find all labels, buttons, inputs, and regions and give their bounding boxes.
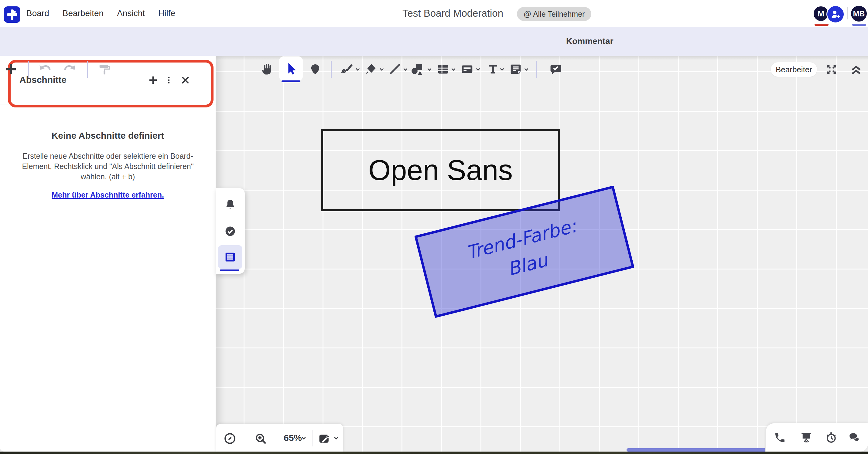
avatar-mb[interactable]: MB bbox=[851, 6, 867, 22]
undo-button[interactable] bbox=[37, 61, 53, 77]
role-button[interactable]: Bearbeiter bbox=[771, 62, 817, 77]
menu-board[interactable]: Board bbox=[26, 8, 49, 18]
sections-panel: Abschnitte Keine Abschnitte definiert Er… bbox=[0, 56, 216, 452]
zoom-level-button[interactable]: 65% bbox=[284, 424, 302, 452]
eraser-icon bbox=[309, 63, 322, 75]
board-title[interactable]: Test Board Moderation bbox=[402, 0, 503, 27]
zoom-in-icon bbox=[254, 432, 267, 445]
navigator-button[interactable] bbox=[223, 431, 237, 446]
chat-button[interactable] bbox=[847, 431, 861, 445]
shapes-icon bbox=[410, 62, 425, 76]
avatar-m[interactable]: M bbox=[814, 6, 828, 21]
section-menu-button[interactable] bbox=[163, 73, 175, 87]
chevron-down-icon bbox=[378, 66, 385, 72]
active-item-underline bbox=[220, 269, 239, 271]
highlighter-tool-button[interactable] bbox=[364, 62, 379, 77]
chevron-down-icon bbox=[475, 66, 482, 72]
comment-button[interactable] bbox=[549, 62, 563, 77]
toolbar-divider bbox=[277, 430, 277, 446]
person-plus-icon bbox=[830, 8, 842, 20]
shapes-dropdown[interactable] bbox=[426, 66, 433, 72]
text-box-label: Open Sans bbox=[368, 154, 513, 187]
double-chevron-up-icon bbox=[849, 63, 863, 76]
cursor-arrow-icon bbox=[284, 62, 298, 75]
hand-icon bbox=[261, 63, 274, 76]
collapse-toolbar-button[interactable] bbox=[849, 62, 863, 77]
toolbar-divider bbox=[246, 430, 246, 446]
horizontal-scrollbar[interactable] bbox=[626, 448, 765, 452]
side-toolbar bbox=[216, 188, 245, 274]
line-tool-button[interactable] bbox=[387, 62, 402, 77]
redo-icon bbox=[62, 62, 78, 77]
eraser-tool-button[interactable] bbox=[308, 62, 322, 76]
format-painter-button[interactable] bbox=[97, 62, 112, 76]
zoom-level-value: 65% bbox=[284, 433, 302, 443]
pen-tool-button[interactable] bbox=[340, 62, 355, 77]
toolbar-divider bbox=[536, 61, 537, 78]
zoom-level-dropdown[interactable] bbox=[300, 434, 307, 441]
sections-button-active[interactable] bbox=[218, 245, 242, 269]
pan-tool-button[interactable] bbox=[260, 62, 275, 76]
audience-badge[interactable]: @ Alle Teilnehmer bbox=[517, 7, 591, 21]
chat-icon bbox=[848, 431, 861, 444]
highlighter-icon bbox=[364, 62, 378, 76]
kebab-icon bbox=[164, 75, 174, 85]
menu-bearbeiten[interactable]: Bearbeiten bbox=[63, 8, 103, 18]
compass-icon bbox=[223, 432, 237, 445]
plus-icon bbox=[4, 62, 18, 76]
edit-mode-dropdown[interactable] bbox=[333, 434, 340, 441]
card-dropdown[interactable] bbox=[475, 66, 482, 72]
add-element-button[interactable] bbox=[4, 62, 18, 76]
whiteboard-app: Open Sans Trend-Farbe: Blau Board Bearbe… bbox=[0, 0, 868, 454]
chevron-down-icon bbox=[523, 66, 530, 72]
redo-button[interactable] bbox=[62, 61, 78, 77]
notifications-button[interactable] bbox=[223, 198, 237, 211]
phone-icon bbox=[774, 431, 786, 444]
edit-mode-button[interactable] bbox=[317, 431, 332, 446]
avatar-divider bbox=[847, 7, 848, 20]
shapes-tool-button[interactable] bbox=[410, 62, 425, 77]
close-panel-button[interactable] bbox=[179, 73, 192, 87]
menu-hilfe[interactable]: Hilfe bbox=[158, 8, 175, 18]
note-tool-button[interactable] bbox=[508, 62, 523, 77]
empty-body-line: Erstelle neue Abschnitte oder selektiere… bbox=[12, 151, 204, 161]
select-tool-button[interactable] bbox=[279, 57, 303, 81]
pen-icon bbox=[340, 62, 354, 76]
avatar-m-initials: M bbox=[817, 9, 824, 19]
text-dropdown[interactable] bbox=[499, 66, 505, 72]
fullscreen-button[interactable] bbox=[824, 62, 839, 77]
paint-roller-icon bbox=[97, 62, 112, 76]
sections-list-icon bbox=[223, 250, 237, 264]
bottom-toolbar: 65% bbox=[216, 424, 343, 452]
timer-button[interactable] bbox=[824, 431, 838, 445]
chevron-down-icon bbox=[426, 66, 433, 72]
learn-more-link[interactable]: Mehr über Abschnitte erfahren. bbox=[0, 191, 216, 199]
table-icon bbox=[436, 62, 450, 76]
comment-label[interactable]: Kommentar bbox=[566, 27, 614, 56]
card-tool-button[interactable] bbox=[460, 62, 475, 77]
call-button[interactable] bbox=[773, 431, 787, 445]
presence-bar-mb bbox=[852, 24, 866, 26]
table-tool-button[interactable] bbox=[436, 62, 451, 77]
toolbar-divider bbox=[87, 61, 88, 78]
zoom-in-button[interactable] bbox=[253, 431, 268, 446]
tasks-button[interactable] bbox=[223, 225, 237, 238]
menu-ansicht[interactable]: Ansicht bbox=[117, 8, 145, 18]
toolbar-divider bbox=[28, 61, 29, 78]
edit-mode-icon bbox=[318, 432, 331, 445]
text-tool-button[interactable] bbox=[485, 62, 500, 77]
table-dropdown[interactable] bbox=[450, 66, 457, 72]
expand-icon bbox=[825, 63, 838, 76]
present-button[interactable] bbox=[799, 431, 813, 445]
chevron-down-icon bbox=[450, 66, 457, 72]
note-dropdown[interactable] bbox=[523, 66, 530, 72]
canvas-text-box[interactable]: Open Sans bbox=[321, 129, 560, 211]
main-toolbar: Kommentar Bearbeiter bbox=[0, 27, 868, 56]
empty-body-line: Element, Rechtsklick und "Als Abschnitt … bbox=[12, 161, 204, 171]
add-section-button[interactable] bbox=[146, 73, 160, 87]
pen-dropdown[interactable] bbox=[354, 66, 361, 72]
line-dropdown[interactable] bbox=[402, 66, 409, 72]
add-participant-button[interactable] bbox=[827, 5, 845, 23]
conceptboard-logo-icon[interactable] bbox=[4, 6, 20, 23]
highlighter-dropdown[interactable] bbox=[378, 66, 385, 72]
